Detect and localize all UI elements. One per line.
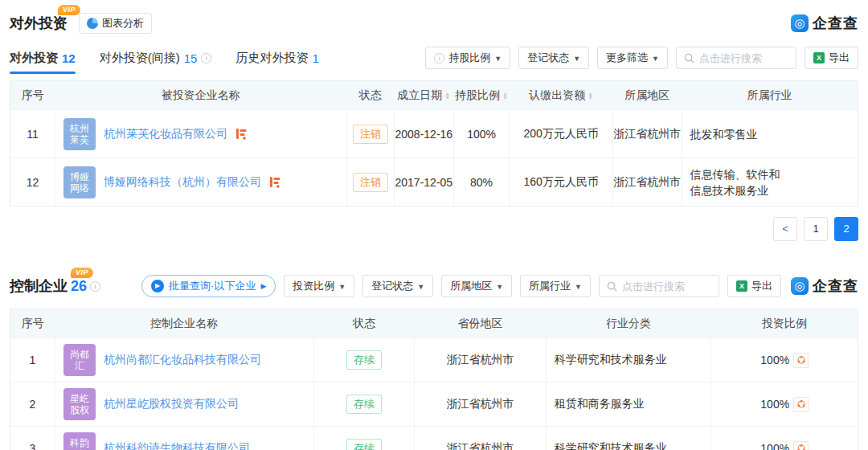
company-logo: 科韵 诗	[63, 432, 96, 450]
outbound-investment-header: VIP 对外投资 图表分析 ◎ 企查查	[10, 0, 858, 34]
cell-index: 11	[10, 110, 55, 158]
controlled-enterprises-title-wrap: VIP 控制企业 26 i	[10, 276, 100, 296]
search-icon	[607, 281, 617, 292]
export-button[interactable]: X 导出	[727, 275, 781, 297]
cell-industry: 信息传输、软件和信息技术服务业	[690, 166, 788, 198]
tab-history-outbound-investment[interactable]: 历史对外投资 1	[235, 51, 318, 66]
table-row: 1 尚都 汇 杭州尚都汇化妆品科技有限公司 存续 浙江省杭州市 科学研究和技术服…	[10, 338, 858, 382]
pie-chart-icon	[87, 18, 98, 29]
filter-label: 投资比例	[293, 279, 334, 293]
sort-icon[interactable]: ▲▼	[588, 92, 593, 100]
col-province-region: 省份地区	[415, 309, 547, 338]
col-industry: 所属行业	[682, 81, 858, 110]
tabs-and-toolbar: 对外投资 12 对外投资(间接) 15 i 历史对外投资 1 i 持股比例 ▼ …	[10, 47, 858, 69]
equity-penetration-icon[interactable]	[793, 353, 809, 368]
tab-count: 12	[62, 51, 76, 65]
cell-ratio: 80%	[453, 158, 510, 207]
filter-registration-status[interactable]: 登记状态 ▼	[362, 275, 433, 297]
cell-industry: 科学研究和技术服务业	[546, 427, 711, 450]
excel-icon: X	[736, 280, 747, 292]
company-cell: 科韵 诗 杭州科韵诗生物科技有限公司	[55, 432, 313, 450]
search-box	[599, 275, 719, 297]
col-index: 序号	[10, 81, 55, 110]
pagination: < 1 2	[10, 217, 858, 241]
filter-registration-status[interactable]: 登记状态 ▼	[518, 47, 589, 69]
chevron-down-icon: ▼	[417, 283, 424, 291]
search-input[interactable]	[622, 280, 710, 292]
controlled-enterprises-table: 序号 控制企业名称 状态 省份地区 行业分类 投资比例 1 尚都 汇 杭州尚都汇…	[10, 309, 858, 450]
filter-label: 更多筛选	[606, 51, 648, 65]
pagination-page-2[interactable]: 2	[834, 217, 858, 241]
company-cell: 杭州 莱芙 杭州莱芙化妆品有限公司	[55, 118, 346, 150]
equity-penetration-icon[interactable]	[793, 441, 809, 450]
chevron-down-icon: ▼	[494, 55, 502, 63]
table2-toolbar: ▶ 批量查询·以下企业 ▶ 投资比例 ▼ 登记状态 ▼ 所属地区 ▼ 所属行业 …	[141, 275, 858, 297]
info-icon[interactable]: i	[201, 53, 211, 63]
company-link[interactable]: 博娅网络科技（杭州）有限公司	[104, 175, 261, 190]
filter-shareholding-ratio[interactable]: i 持股比例 ▼	[425, 47, 510, 69]
col-status: 状态	[346, 81, 394, 110]
excel-icon: X	[813, 52, 825, 63]
qichacha-logo-text: 企查查	[813, 276, 858, 296]
filter-investment-ratio[interactable]: 投资比例 ▼	[284, 275, 354, 297]
company-cell: 星屹 股权 杭州星屹股权投资有限公司	[55, 388, 313, 420]
chart-analysis-button[interactable]: 图表分析	[79, 13, 152, 34]
chart-analysis-label: 图表分析	[102, 16, 144, 31]
col-founded-date[interactable]: 成立日期▲▼	[394, 81, 453, 110]
chevron-down-icon: ▼	[496, 283, 503, 291]
cell-date: 2008-12-16	[394, 110, 453, 158]
qichacha-logo-icon: ◎	[791, 14, 809, 32]
company-link[interactable]: 杭州科韵诗生物科技有限公司	[104, 441, 250, 450]
table1-header-row: 序号 被投资企业名称 状态 成立日期▲▼ 持股比例▲▼ 认缴出资额▲▼ 所属地区…	[10, 81, 858, 110]
info-icon[interactable]: i	[90, 281, 100, 292]
col-company-name: 控制企业名称	[55, 309, 313, 338]
company-logo: 星屹 股权	[63, 388, 96, 420]
pagination-prev-button[interactable]: <	[773, 217, 797, 241]
qichacha-logo: ◎ 企查查	[791, 276, 858, 296]
export-label: 导出	[829, 51, 850, 65]
equity-structure-icon[interactable]	[269, 176, 281, 188]
tab-outbound-investment[interactable]: 对外投资 12	[10, 51, 76, 66]
tab-count: 1	[312, 51, 318, 65]
equity-structure-icon[interactable]	[235, 128, 248, 140]
cell-investment-ratio: 100%	[760, 441, 809, 450]
company-logo: 博娅 网络	[63, 166, 96, 198]
tab-label: 历史对外投资	[235, 51, 308, 66]
cell-industry: 租赁和商务服务业	[546, 382, 711, 427]
company-link[interactable]: 杭州尚都汇化妆品科技有限公司	[104, 353, 261, 367]
table-row: 3 科韵 诗 杭州科韵诗生物科技有限公司 存续 浙江省杭州市 科学研究和技术服务…	[10, 427, 858, 450]
tab-outbound-investment-indirect[interactable]: 对外投资(间接) 15 i	[100, 51, 212, 66]
sort-icon[interactable]: ▲▼	[444, 92, 450, 100]
cell-date: 2017-12-05	[394, 158, 453, 207]
search-icon	[684, 53, 694, 63]
filter-label: 登记状态	[371, 279, 413, 293]
sort-icon[interactable]: ▲▼	[502, 92, 508, 100]
table1-toolbar: i 持股比例 ▼ 登记状态 ▼ 更多筛选 ▼ X 导出	[425, 47, 858, 69]
filter-more[interactable]: 更多筛选 ▼	[597, 47, 668, 69]
status-badge: 存续	[346, 395, 382, 414]
vip-badge: VIP	[71, 268, 93, 278]
company-logo: 尚都 汇	[63, 344, 96, 376]
cell-region: 浙江省杭州市	[415, 427, 547, 450]
col-subscribed-capital[interactable]: 认缴出资额▲▼	[510, 81, 613, 110]
arrow-right-icon: ▶	[260, 282, 266, 290]
cell-region: 浙江省杭州市	[415, 382, 547, 427]
status-badge: 存续	[346, 439, 382, 450]
cell-region: 浙江省杭州市	[613, 110, 682, 158]
status-badge: 注销	[353, 125, 388, 144]
export-button[interactable]: X 导出	[805, 47, 858, 69]
filter-region[interactable]: 所属地区 ▼	[441, 275, 512, 297]
col-shareholding-ratio[interactable]: 持股比例▲▼	[453, 81, 510, 110]
batch-query-button[interactable]: ▶ 批量查询·以下企业 ▶	[141, 275, 276, 297]
tab-label: 对外投资	[10, 51, 58, 66]
search-input[interactable]	[699, 52, 788, 64]
company-cell: 尚都 汇 杭州尚都汇化妆品科技有限公司	[55, 344, 313, 376]
pagination-page-1[interactable]: 1	[804, 217, 828, 241]
chevron-down-icon: ▼	[575, 283, 582, 291]
outbound-investment-table: 序号 被投资企业名称 状态 成立日期▲▼ 持股比例▲▼ 认缴出资额▲▼ 所属地区…	[10, 80, 858, 207]
equity-penetration-icon[interactable]	[793, 397, 809, 412]
outbound-investment-title-wrap: VIP 对外投资	[10, 14, 68, 33]
filter-industry[interactable]: 所属行业 ▼	[520, 275, 591, 297]
company-link[interactable]: 杭州星屹股权投资有限公司	[104, 397, 239, 411]
company-link[interactable]: 杭州莱芙化妆品有限公司	[104, 127, 227, 141]
